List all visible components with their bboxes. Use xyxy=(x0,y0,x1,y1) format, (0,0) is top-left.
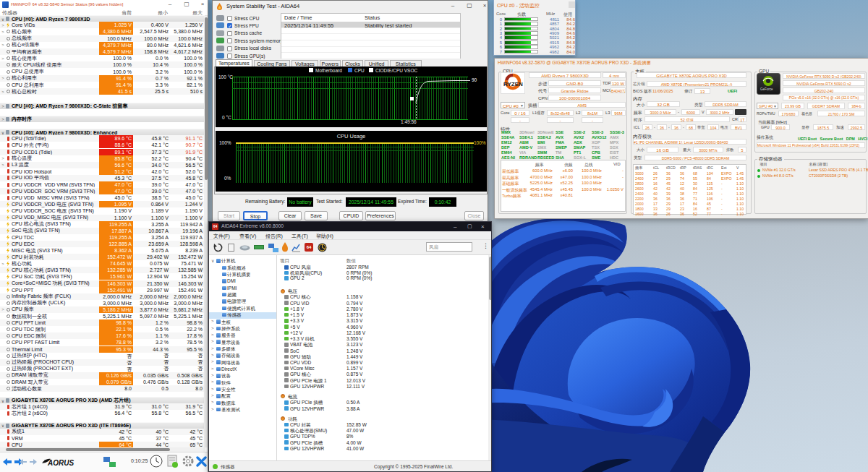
svg-text:GeForce: GeForce xyxy=(760,87,773,91)
svg-text:RYZEN: RYZEN xyxy=(503,81,523,87)
svg-text:AORUS: AORUS xyxy=(47,459,74,467)
